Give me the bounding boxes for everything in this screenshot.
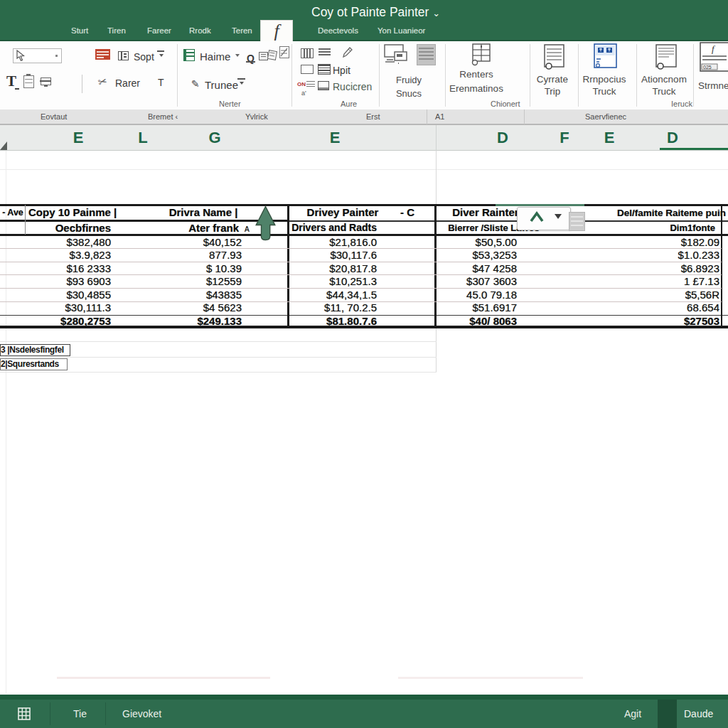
svg-text:025: 025	[703, 65, 712, 70]
